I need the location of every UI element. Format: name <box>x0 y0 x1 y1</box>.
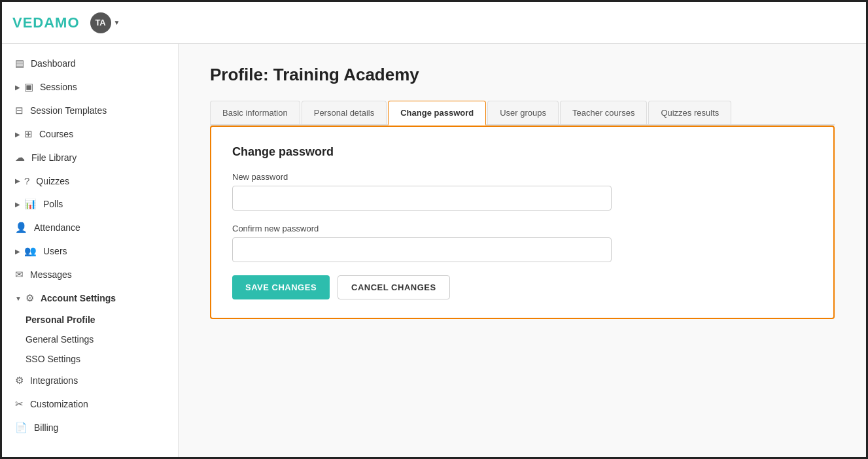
sidebar-item-customization[interactable]: ✂ Customization <box>2 392 178 416</box>
sidebar-item-dashboard[interactable]: ▤ Dashboard <box>2 52 178 75</box>
sidebar-item-integrations[interactable]: ⚙ Integrations <box>2 369 178 392</box>
save-changes-button[interactable]: SAVE CHANGES <box>232 275 330 299</box>
sidebar-item-label: Integrations <box>30 375 78 386</box>
sidebar-item-account-settings[interactable]: ▼ ⚙ Account Settings <box>2 286 178 310</box>
quizzes-icon: ? <box>24 175 29 186</box>
tab-change-password[interactable]: Change password <box>388 101 486 126</box>
sidebar-item-quizzes[interactable]: ▶ ? Quizzes <box>2 169 178 192</box>
sidebar-item-messages[interactable]: ✉ Messages <box>2 263 178 286</box>
sidebar-item-label: File Library <box>31 152 77 163</box>
confirm-password-input[interactable] <box>232 237 612 262</box>
avatar: TA <box>90 12 111 33</box>
new-password-input[interactable] <box>232 186 612 211</box>
attendance-icon: 👤 <box>15 222 27 233</box>
cancel-changes-button[interactable]: CANCEL CHANGES <box>338 275 450 299</box>
account-settings-submenu: Personal Profile General Settings SSO Se… <box>2 310 178 369</box>
sidebar-item-label: Account Settings <box>41 293 116 303</box>
account-settings-icon: ⚙ <box>26 292 34 304</box>
sidebar-item-label: Polls <box>43 199 63 209</box>
page-title: Profile: Training Academy <box>210 65 835 85</box>
sessions-caret-icon: ▶ <box>15 84 20 91</box>
sidebar-subitem-general-settings[interactable]: General Settings <box>26 330 178 349</box>
sidebar-item-session-templates[interactable]: ⊟ Session Templates <box>2 99 178 122</box>
profile-tabs: Basic information Personal details Chang… <box>210 101 835 126</box>
sidebar-item-label: Dashboard <box>31 58 76 69</box>
users-caret-icon: ▶ <box>15 248 20 255</box>
avatar-caret-icon: ▼ <box>114 19 120 26</box>
billing-icon: 📄 <box>15 422 27 434</box>
quizzes-caret-icon: ▶ <box>15 177 20 184</box>
users-icon: 👥 <box>24 245 37 257</box>
sidebar-item-attendance[interactable]: 👤 Attendance <box>2 216 178 239</box>
customization-icon: ✂ <box>15 398 24 410</box>
polls-caret-icon: ▶ <box>15 201 20 208</box>
messages-icon: ✉ <box>15 269 24 280</box>
new-password-group: New password <box>232 172 812 211</box>
sidebar-item-billing[interactable]: 📄 Billing <box>2 416 178 439</box>
logo: VEDAMO <box>12 14 80 31</box>
layout: ▤ Dashboard ▶ ▣ Sessions ⊟ Session Templ… <box>2 44 866 457</box>
confirm-password-group: Confirm new password <box>232 224 812 262</box>
tab-personal-details[interactable]: Personal details <box>302 101 387 124</box>
sidebar-item-label: Billing <box>34 422 58 433</box>
confirm-password-label: Confirm new password <box>232 224 812 233</box>
sidebar-item-users[interactable]: ▶ 👥 Users <box>2 239 178 263</box>
header: VEDAMO TA ▼ <box>2 2 866 44</box>
session-templates-icon: ⊟ <box>15 105 24 116</box>
sidebar-item-courses[interactable]: ▶ ⊞ Courses <box>2 122 178 146</box>
dashboard-icon: ▤ <box>15 58 24 69</box>
form-actions: SAVE CHANGES CANCEL CHANGES <box>232 275 812 299</box>
tab-user-groups[interactable]: User groups <box>487 101 559 124</box>
polls-icon: 📊 <box>24 198 37 210</box>
integrations-icon: ⚙ <box>15 375 24 386</box>
sidebar-item-file-library[interactable]: ☁ File Library <box>2 146 178 169</box>
courses-caret-icon: ▶ <box>15 131 20 138</box>
courses-icon: ⊞ <box>24 128 33 140</box>
tab-quizzes-results[interactable]: Quizzes results <box>648 101 731 124</box>
panel-title: Change password <box>232 145 812 159</box>
sidebar-item-label: Session Templates <box>30 105 107 116</box>
sidebar-subitem-sso-settings[interactable]: SSO Settings <box>26 349 178 369</box>
sidebar-item-label: Users <box>43 246 67 256</box>
main-content: Profile: Training Academy Basic informat… <box>179 44 866 457</box>
new-password-label: New password <box>232 172 812 182</box>
sidebar-item-label: Customization <box>30 399 88 409</box>
change-password-panel: Change password New password Confirm new… <box>210 126 835 319</box>
sessions-icon: ▣ <box>24 81 33 93</box>
sidebar: ▤ Dashboard ▶ ▣ Sessions ⊟ Session Templ… <box>2 44 179 457</box>
sidebar-item-label: Sessions <box>40 82 77 92</box>
tab-teacher-courses[interactable]: Teacher courses <box>560 101 647 124</box>
sidebar-item-label: Courses <box>39 129 73 139</box>
sidebar-subitem-personal-profile[interactable]: Personal Profile <box>26 310 178 330</box>
sidebar-item-label: Messages <box>30 269 72 280</box>
user-avatar-button[interactable]: TA ▼ <box>90 12 120 33</box>
account-settings-caret-icon: ▼ <box>15 295 22 302</box>
tab-basic-information[interactable]: Basic information <box>210 101 300 124</box>
sidebar-item-label: Attendance <box>34 222 80 233</box>
file-library-icon: ☁ <box>15 152 25 163</box>
sidebar-item-polls[interactable]: ▶ 📊 Polls <box>2 192 178 216</box>
sidebar-item-sessions[interactable]: ▶ ▣ Sessions <box>2 75 178 99</box>
sidebar-item-label: Quizzes <box>36 176 69 186</box>
